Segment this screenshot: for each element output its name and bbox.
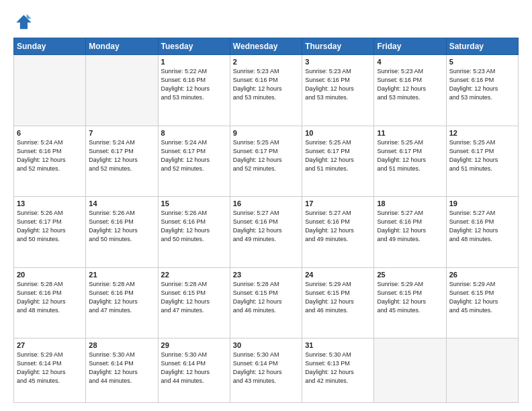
day-number: 24 — [305, 271, 371, 279]
day-number: 17 — [305, 199, 371, 208]
weekday-header-thursday: Thursday — [302, 38, 374, 55]
day-number: 18 — [377, 199, 443, 208]
calendar-cell: 4Sunrise: 5:23 AM Sunset: 6:16 PM Daylig… — [374, 55, 446, 126]
day-info: Sunrise: 5:22 AM Sunset: 6:16 PM Dayligh… — [161, 67, 227, 102]
calendar-cell: 6Sunrise: 5:24 AM Sunset: 6:16 PM Daylig… — [14, 126, 86, 197]
weekday-header-friday: Friday — [374, 38, 446, 55]
calendar-cell: 26Sunrise: 5:29 AM Sunset: 6:15 PM Dayli… — [446, 267, 518, 338]
day-info: Sunrise: 5:27 AM Sunset: 6:16 PM Dayligh… — [233, 209, 299, 244]
day-info: Sunrise: 5:29 AM Sunset: 6:15 PM Dayligh… — [305, 280, 371, 315]
day-number: 23 — [233, 271, 299, 279]
day-number: 27 — [17, 341, 83, 349]
calendar-week-2: 6Sunrise: 5:24 AM Sunset: 6:16 PM Daylig… — [14, 126, 519, 197]
day-info: Sunrise: 5:30 AM Sunset: 6:14 PM Dayligh… — [233, 351, 299, 385]
day-number: 10 — [305, 129, 371, 137]
calendar-cell: 17Sunrise: 5:27 AM Sunset: 6:16 PM Dayli… — [302, 197, 374, 268]
calendar-cell: 24Sunrise: 5:29 AM Sunset: 6:15 PM Dayli… — [302, 267, 374, 338]
calendar-table: SundayMondayTuesdayWednesdayThursdayFrid… — [13, 38, 519, 403]
day-number: 14 — [89, 199, 154, 208]
day-info: Sunrise: 5:23 AM Sunset: 6:16 PM Dayligh… — [305, 67, 371, 102]
day-info: Sunrise: 5:29 AM Sunset: 6:15 PM Dayligh… — [449, 280, 515, 315]
calendar-cell: 15Sunrise: 5:26 AM Sunset: 6:16 PM Dayli… — [158, 197, 230, 268]
calendar-cell: 14Sunrise: 5:26 AM Sunset: 6:16 PM Dayli… — [86, 197, 158, 268]
calendar-cell: 21Sunrise: 5:28 AM Sunset: 6:16 PM Dayli… — [86, 267, 158, 338]
day-number: 5 — [449, 58, 515, 66]
day-info: Sunrise: 5:25 AM Sunset: 6:17 PM Dayligh… — [377, 138, 443, 173]
day-info: Sunrise: 5:30 AM Sunset: 6:14 PM Dayligh… — [89, 351, 154, 385]
calendar-cell — [14, 55, 86, 126]
logo — [13, 12, 35, 31]
day-info: Sunrise: 5:25 AM Sunset: 6:17 PM Dayligh… — [233, 138, 299, 173]
calendar-cell: 2Sunrise: 5:23 AM Sunset: 6:16 PM Daylig… — [230, 55, 302, 126]
day-number: 8 — [161, 129, 227, 137]
calendar-cell: 7Sunrise: 5:24 AM Sunset: 6:17 PM Daylig… — [86, 126, 158, 197]
calendar-cell: 20Sunrise: 5:28 AM Sunset: 6:16 PM Dayli… — [14, 267, 86, 338]
calendar-cell: 5Sunrise: 5:23 AM Sunset: 6:16 PM Daylig… — [446, 55, 518, 126]
calendar-body: 1Sunrise: 5:22 AM Sunset: 6:16 PM Daylig… — [14, 55, 519, 403]
day-info: Sunrise: 5:24 AM Sunset: 6:17 PM Dayligh… — [161, 138, 227, 173]
day-info: Sunrise: 5:26 AM Sunset: 6:16 PM Dayligh… — [161, 209, 227, 244]
day-number: 21 — [89, 271, 154, 279]
day-number: 29 — [161, 341, 227, 349]
day-info: Sunrise: 5:27 AM Sunset: 6:16 PM Dayligh… — [305, 209, 371, 244]
day-number: 7 — [89, 129, 154, 137]
calendar-cell: 9Sunrise: 5:25 AM Sunset: 6:17 PM Daylig… — [230, 126, 302, 197]
calendar-cell: 16Sunrise: 5:27 AM Sunset: 6:16 PM Dayli… — [230, 197, 302, 268]
calendar-cell: 29Sunrise: 5:30 AM Sunset: 6:14 PM Dayli… — [158, 338, 230, 403]
calendar-cell: 27Sunrise: 5:29 AM Sunset: 6:14 PM Dayli… — [14, 338, 86, 403]
day-number: 11 — [377, 129, 443, 137]
day-number: 30 — [233, 341, 299, 349]
day-number: 28 — [89, 341, 154, 349]
weekday-header-monday: Monday — [86, 38, 158, 55]
weekday-header-saturday: Saturday — [446, 38, 518, 55]
day-info: Sunrise: 5:28 AM Sunset: 6:16 PM Dayligh… — [89, 280, 154, 315]
day-number: 22 — [161, 271, 227, 279]
day-number: 25 — [377, 271, 443, 279]
weekday-header-wednesday: Wednesday — [230, 38, 302, 55]
page: SundayMondayTuesdayWednesdayThursdayFrid… — [0, 0, 532, 411]
calendar-cell: 3Sunrise: 5:23 AM Sunset: 6:16 PM Daylig… — [302, 55, 374, 126]
day-number: 12 — [449, 129, 515, 137]
calendar-cell: 8Sunrise: 5:24 AM Sunset: 6:17 PM Daylig… — [158, 126, 230, 197]
day-number: 13 — [17, 199, 83, 208]
day-info: Sunrise: 5:23 AM Sunset: 6:16 PM Dayligh… — [377, 67, 443, 102]
day-number: 16 — [233, 199, 299, 208]
calendar-cell — [374, 338, 446, 403]
day-info: Sunrise: 5:23 AM Sunset: 6:16 PM Dayligh… — [233, 67, 299, 102]
calendar-cell: 1Sunrise: 5:22 AM Sunset: 6:16 PM Daylig… — [158, 55, 230, 126]
calendar-cell: 13Sunrise: 5:26 AM Sunset: 6:17 PM Dayli… — [14, 197, 86, 268]
day-number: 15 — [161, 199, 227, 208]
day-info: Sunrise: 5:30 AM Sunset: 6:14 PM Dayligh… — [161, 351, 227, 385]
day-info: Sunrise: 5:28 AM Sunset: 6:15 PM Dayligh… — [161, 280, 227, 315]
day-info: Sunrise: 5:29 AM Sunset: 6:15 PM Dayligh… — [377, 280, 443, 315]
day-number: 4 — [377, 58, 443, 66]
day-info: Sunrise: 5:25 AM Sunset: 6:17 PM Dayligh… — [305, 138, 371, 173]
day-number: 6 — [17, 129, 83, 137]
logo-icon — [13, 12, 32, 31]
svg-marker-1 — [27, 14, 32, 19]
day-info: Sunrise: 5:24 AM Sunset: 6:16 PM Dayligh… — [17, 138, 83, 173]
day-info: Sunrise: 5:29 AM Sunset: 6:14 PM Dayligh… — [17, 351, 83, 385]
day-info: Sunrise: 5:28 AM Sunset: 6:16 PM Dayligh… — [17, 280, 83, 315]
day-number: 26 — [449, 271, 515, 279]
calendar-cell: 31Sunrise: 5:30 AM Sunset: 6:13 PM Dayli… — [302, 338, 374, 403]
day-number: 1 — [161, 58, 227, 66]
day-info: Sunrise: 5:24 AM Sunset: 6:17 PM Dayligh… — [89, 138, 154, 173]
calendar-cell: 30Sunrise: 5:30 AM Sunset: 6:14 PM Dayli… — [230, 338, 302, 403]
calendar-cell: 18Sunrise: 5:27 AM Sunset: 6:16 PM Dayli… — [374, 197, 446, 268]
weekday-header-tuesday: Tuesday — [158, 38, 230, 55]
day-number: 20 — [17, 271, 83, 279]
weekday-header-sunday: Sunday — [14, 38, 86, 55]
calendar-week-4: 20Sunrise: 5:28 AM Sunset: 6:16 PM Dayli… — [14, 267, 519, 338]
weekday-header-row: SundayMondayTuesdayWednesdayThursdayFrid… — [14, 38, 519, 55]
day-info: Sunrise: 5:25 AM Sunset: 6:17 PM Dayligh… — [449, 138, 515, 173]
day-info: Sunrise: 5:28 AM Sunset: 6:15 PM Dayligh… — [233, 280, 299, 315]
calendar-cell: 10Sunrise: 5:25 AM Sunset: 6:17 PM Dayli… — [302, 126, 374, 197]
day-number: 9 — [233, 129, 299, 137]
calendar-cell: 19Sunrise: 5:27 AM Sunset: 6:16 PM Dayli… — [446, 197, 518, 268]
day-number: 3 — [305, 58, 371, 66]
day-info: Sunrise: 5:27 AM Sunset: 6:16 PM Dayligh… — [377, 209, 443, 244]
calendar-cell: 12Sunrise: 5:25 AM Sunset: 6:17 PM Dayli… — [446, 126, 518, 197]
calendar-header: SundayMondayTuesdayWednesdayThursdayFrid… — [14, 38, 519, 55]
day-info: Sunrise: 5:27 AM Sunset: 6:16 PM Dayligh… — [449, 209, 515, 244]
